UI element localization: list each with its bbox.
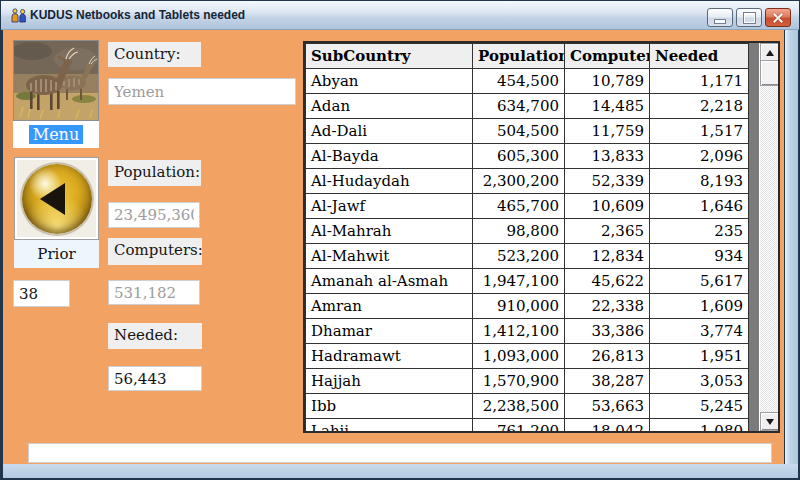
- window-border-bottom: [3, 464, 798, 478]
- table-row[interactable]: Adan634,70014,4852,218: [306, 94, 749, 119]
- window-border-right: [785, 30, 798, 464]
- subcountry-cell: Al-Jawf: [306, 194, 473, 219]
- value-cell: 504,500: [473, 119, 565, 144]
- subcountry-cell: Amanah al-Asmah: [306, 269, 473, 294]
- minimize-button[interactable]: [707, 8, 733, 27]
- value-cell: 10,609: [565, 194, 650, 219]
- table-row[interactable]: Lahij761,20018,0421,080: [306, 419, 749, 434]
- scroll-down-icon: [766, 419, 774, 425]
- country-label: Country:: [108, 42, 201, 67]
- value-cell: 523,200: [473, 244, 565, 269]
- value-cell: 38,287: [565, 369, 650, 394]
- table-row[interactable]: Abyan454,50010,7891,171: [306, 69, 749, 94]
- value-cell: 1,412,100: [473, 319, 565, 344]
- country-input[interactable]: [108, 78, 296, 105]
- value-cell: 18,042: [565, 419, 650, 434]
- table-row[interactable]: Al-Hudaydah2,300,20052,3398,193: [306, 169, 749, 194]
- value-cell: 10,789: [565, 69, 650, 94]
- table-row[interactable]: Al-Jawf465,70010,6091,646: [306, 194, 749, 219]
- value-cell: 1,609: [650, 294, 749, 319]
- close-button[interactable]: [765, 8, 791, 27]
- table-row[interactable]: Amran910,00022,3381,609: [306, 294, 749, 319]
- value-cell: 14,485: [565, 94, 650, 119]
- people-icon: [11, 8, 27, 24]
- value-cell: 3,053: [650, 369, 749, 394]
- value-cell: 2,096: [650, 144, 749, 169]
- value-cell: 1,947,100: [473, 269, 565, 294]
- menu-button[interactable]: Menu: [13, 121, 99, 148]
- close-icon: [772, 12, 784, 24]
- column-header-computers[interactable]: Computers: [565, 44, 650, 69]
- table-row[interactable]: Ibb2,238,50053,6635,245: [306, 394, 749, 419]
- prior-button[interactable]: [14, 157, 99, 240]
- grid-table: SubCountry Population Computers Needed A…: [305, 43, 749, 433]
- subcountry-cell: Al-Mahwit: [306, 244, 473, 269]
- window-title: KUDUS Netbooks and Tablets needed: [30, 8, 245, 22]
- scrollbar-thumb[interactable]: [760, 60, 780, 86]
- table-row[interactable]: Dhamar1,412,10033,3863,774: [306, 319, 749, 344]
- back-arrow-icon: [40, 183, 65, 215]
- population-label: Population:: [108, 160, 201, 186]
- value-cell: 934: [650, 244, 749, 269]
- table-row[interactable]: Hadramawt1,093,00026,8131,951: [306, 344, 749, 369]
- value-cell: 1,171: [650, 69, 749, 94]
- value-cell: 1,951: [650, 344, 749, 369]
- column-header-subcountry[interactable]: SubCountry: [306, 44, 473, 69]
- population-input[interactable]: [108, 202, 200, 228]
- maximize-icon: [744, 13, 755, 23]
- value-cell: 634,700: [473, 94, 565, 119]
- value-cell: 1,093,000: [473, 344, 565, 369]
- gold-sphere: [22, 164, 92, 234]
- computers-input[interactable]: [108, 280, 200, 305]
- subcountry-cell: Al-Hudaydah: [306, 169, 473, 194]
- subcountry-cell: Al-Mahrah: [306, 219, 473, 244]
- value-cell: 3,774: [650, 319, 749, 344]
- table-row[interactable]: Al-Bayda605,30013,8332,096: [306, 144, 749, 169]
- table-row[interactable]: Al-Mahrah98,8002,365235: [306, 219, 749, 244]
- grid-body: Abyan454,50010,7891,171Adan634,70014,485…: [306, 69, 749, 434]
- subcountry-cell: Al-Bayda: [306, 144, 473, 169]
- table-row[interactable]: Amanah al-Asmah1,947,10045,6225,617: [306, 269, 749, 294]
- table-row[interactable]: Hajjah1,570,90038,2873,053: [306, 369, 749, 394]
- value-cell: 1,570,900: [473, 369, 565, 394]
- subcountry-cell: Dhamar: [306, 319, 473, 344]
- record-number-input[interactable]: [13, 280, 70, 307]
- prior-label: Prior: [14, 240, 99, 268]
- value-cell: 33,386: [565, 319, 650, 344]
- subcountry-cell: Amran: [306, 294, 473, 319]
- menu-button-label: Menu: [29, 125, 83, 144]
- subcountry-grid: SubCountry Population Computers Needed A…: [303, 41, 780, 433]
- subcountry-cell: Ad-Dali: [306, 119, 473, 144]
- value-cell: 465,700: [473, 194, 565, 219]
- value-cell: 761,200: [473, 419, 565, 434]
- value-cell: 5,617: [650, 269, 749, 294]
- value-cell: 5,245: [650, 394, 749, 419]
- vertical-scrollbar[interactable]: [759, 43, 778, 431]
- value-cell: 53,663: [565, 394, 650, 419]
- app-window: KUDUS Netbooks and Tablets needed: [0, 0, 800, 480]
- needed-input[interactable]: [108, 366, 202, 391]
- titlebar: KUDUS Netbooks and Tablets needed: [1, 1, 799, 30]
- table-row[interactable]: Al-Mahwit523,20012,834934: [306, 244, 749, 269]
- value-cell: 52,339: [565, 169, 650, 194]
- value-cell: 12,834: [565, 244, 650, 269]
- subcountry-cell: Hajjah: [306, 369, 473, 394]
- maximize-button[interactable]: [736, 8, 762, 27]
- value-cell: 235: [650, 219, 749, 244]
- value-cell: 454,500: [473, 69, 565, 94]
- subcountry-cell: Abyan: [306, 69, 473, 94]
- status-input[interactable]: [28, 443, 772, 463]
- value-cell: 1,080: [650, 419, 749, 434]
- value-cell: 26,813: [565, 344, 650, 369]
- needed-label: Needed:: [108, 323, 202, 349]
- grid-header-row: SubCountry Population Computers Needed: [306, 44, 749, 69]
- scroll-down-button[interactable]: [760, 412, 780, 431]
- value-cell: 11,759: [565, 119, 650, 144]
- table-row[interactable]: Ad-Dali504,50011,7591,517: [306, 119, 749, 144]
- column-header-needed[interactable]: Needed: [650, 44, 749, 69]
- kudu-photo: [13, 40, 99, 121]
- value-cell: 22,338: [565, 294, 650, 319]
- subcountry-cell: Hadramawt: [306, 344, 473, 369]
- subcountry-cell: Ibb: [306, 394, 473, 419]
- column-header-population[interactable]: Population: [473, 44, 565, 69]
